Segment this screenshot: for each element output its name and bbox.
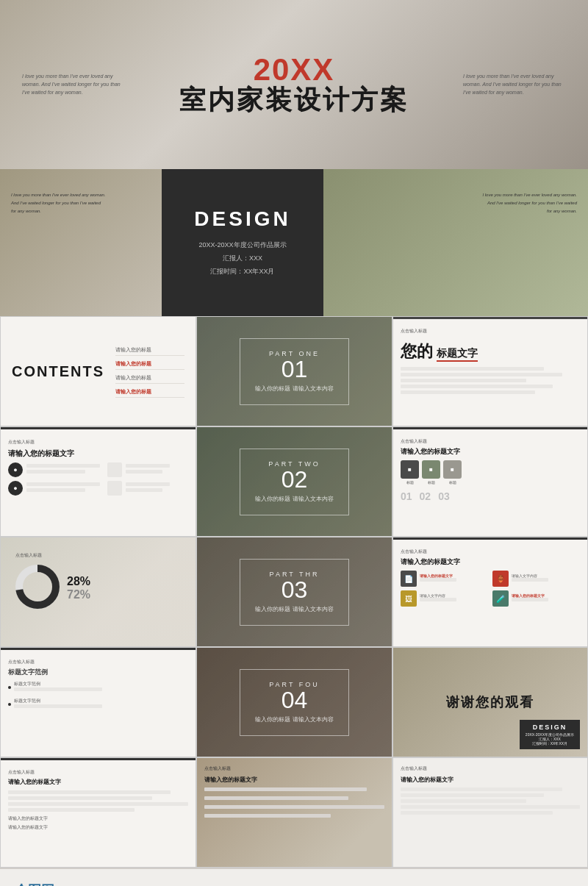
cg-tp-1 [420,578,456,582]
your-title-row: 您的 标题文字 [401,340,580,362]
part-four-slide: PART FOU 04 输入你的标题 请输入文本内容 [196,647,392,757]
cg-icon-1: 📄 [401,571,417,587]
tp-5c-1 [401,787,562,791]
tl-text-2: 标题文字范例 [14,698,102,710]
icon-grid: ■ 标题 ■ 标题 ■ 标题 [401,460,580,485]
content-5c-body [401,787,580,815]
content-5a-body [8,790,188,812]
tp-5c-3 [401,799,526,803]
click-3c: 点击输入标题 [401,549,580,555]
5b-list [204,787,384,820]
tp-r3a [26,482,100,486]
content-5b-inner: 点击输入标题 请输入您的标题文字 [204,765,384,820]
content-5a: 点击输入标题 请输入您的标题文字 请输入您的标题文字 请输入您的标题文字 [0,757,196,868]
icon-row-2: ● [8,481,188,496]
thankyou-text: 谢谢您的观看 [446,693,534,711]
contents-slide: CONTENTS 请输入您的标题 请输入您的标题 请输入您的标题 请输入您的标题 [0,316,196,426]
tp-5b-4 [204,814,331,818]
cg-text-1: 请输入您的标题文字 [420,574,456,584]
tp-r3b [26,488,85,492]
tp-r4a [126,482,170,486]
tp-r1a [26,464,100,468]
part-three-label: PART THR [255,571,333,578]
si-2: 请输入您的标题文字 [8,824,188,831]
design-slide: I love you more than I've ever loved any… [0,169,588,316]
ig-box-1: ■ [401,460,419,479]
sub-items-5a: 请输入您的标题文字 请输入您的标题文字 [8,815,188,831]
thankyou-slide: 谢谢您的观看 DESIGN 20XX-20XX年度公司作品展示 汇报人：XXX … [392,647,588,757]
title-5b: 请输入您的标题文字 [204,776,384,784]
pie-svg [15,565,60,609]
part-four-subtitle: 输入你的标题 请输入文本内容 [255,715,333,724]
contents-item-2: 请输入您的标题 [115,359,184,370]
num-02: 02 [420,490,431,502]
cg-item-3: 🖼 请输入文字内容 [401,590,489,607]
dot-1 [8,686,11,689]
num-03: 03 [438,490,450,502]
slides-row-4: 点击输入标题 标题文字范例 标题文字范例 标题文字范例 PAR [0,647,588,757]
cg-item-1: 📄 请输入您的标题文字 [401,571,489,587]
tl-tp-2 [14,704,102,708]
part-one-subtitle: 输入你的标题 请输入文本内容 [255,385,333,393]
ty-design-word: DESIGN [526,724,574,731]
tp-r1b [26,470,85,474]
click-5a: 点击输入标题 [8,769,188,776]
title-5a: 请输入您的标题文字 [8,778,188,786]
tp3 [401,379,526,382]
part-two-number: 02 [255,468,333,491]
hero-year: 20XX [179,54,409,85]
design-center: DESIGN 20XX-20XX年度公司作品展示 汇报人：XXX 汇报时间：XX… [162,169,323,316]
part-two-label: PART TWO [255,460,333,468]
bar-2c [393,427,587,429]
ig-box-3: ■ [443,460,462,479]
tp-r2b [126,470,162,474]
bar-3c [393,537,587,540]
circle-icon-2: ● [8,481,23,496]
tp5 [401,390,535,394]
contents-item-4: 请输入您的标题 [115,387,184,398]
text-col-4 [126,482,170,494]
sq-icon-2 [107,481,122,496]
text-col-3 [26,482,100,494]
hero-center: 20XX 室内家装设计方案 [179,54,409,115]
bar-4a [1,648,196,650]
tp-r2a [126,464,170,468]
cg-label-1: 请输入您的标题文字 [420,574,456,578]
slides-row-1: CONTENTS 请输入您的标题 请输入您的标题 请输入您的标题 请输入您的标题… [0,316,588,426]
num-row: 01 02 03 [401,490,580,502]
pct-72: 72% [67,588,90,601]
cg-tp-2 [512,578,548,582]
content-slide-2c: 点击输入标题 请输入您的标题文字 ■ 标题 ■ 标题 ■ 标题 01 02 03 [392,426,588,537]
tp2 [401,373,562,376]
text-col-1 [26,464,100,476]
ig-1: ■ 标题 [401,460,419,485]
pie-click: 点击输入标题 [15,552,181,559]
part-three-slide: PART THR 03 输入你的标题 请输入文本内容 [196,537,392,647]
sq-icon-1 [107,462,122,477]
hero-right-text: I love you more than I've ever loved any… [463,72,566,97]
tp-r4b [126,488,162,492]
bar-2a [1,427,196,429]
part-four-label: PART FOU [255,681,333,688]
pie-row: 28% 72% [15,565,181,612]
design-room-right: I love you more than I've ever loved any… [323,169,588,316]
tp-5a-4 [8,808,135,812]
part-four-content: PART FOU 04 输入你的标题 请输入文本内容 [240,669,348,736]
watermark-left: 众图网 精品素材·每日更新 [15,882,127,886]
cg-icon-3: 🖼 [401,590,417,607]
si-1: 请输入您的标题文字 [8,815,188,822]
circle-icon-1: ● [8,462,23,477]
part-two-slide: PART TWO 02 输入你的标题 请输入文本内容 [196,426,392,537]
title-5c: 请输入您的标题文字 [401,776,580,784]
bar-5a [1,758,196,760]
design-line1: 20XX-20XX年度公司作品展示 [198,238,286,251]
your-word: 您的 [401,340,433,362]
part-one-slide: PART ONE 01 输入你的标题 请输入文本内容 [196,316,392,426]
design-room-left: I love you more than I've ever loved any… [0,169,162,316]
ty-content: 谢谢您的观看 [446,693,534,711]
tp-5b-1 [204,787,367,791]
ig-2: ■ 标题 [422,460,440,485]
design-line2: 汇报人：XXX [223,251,262,265]
cg-tp-3 [420,598,456,601]
design-line3: 汇报时间：XX年XX月 [210,265,274,278]
